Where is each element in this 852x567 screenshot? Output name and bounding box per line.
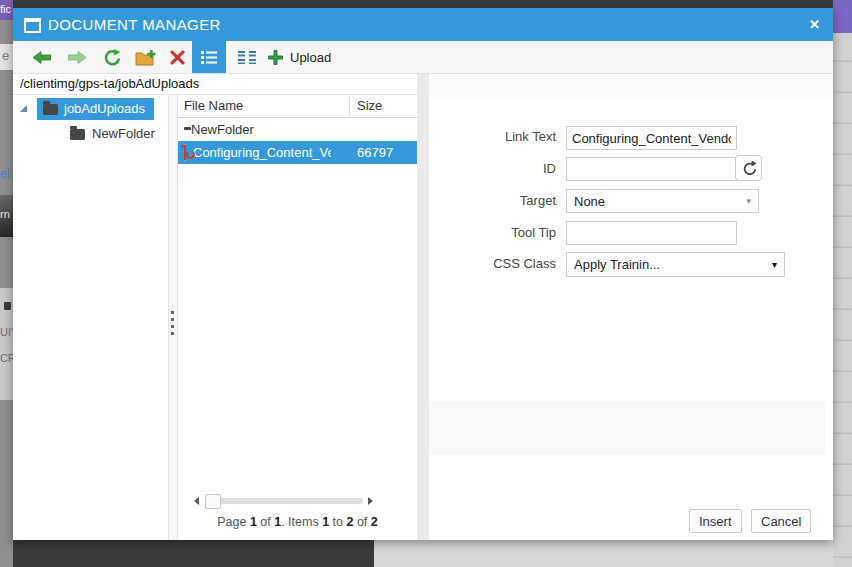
screen: fic e el rn UI' CRI DOCUMENT MANAGER ✕ xyxy=(0,0,852,567)
background-right-strip xyxy=(833,0,852,567)
new-folder-icon xyxy=(135,49,156,66)
forward-button[interactable] xyxy=(64,41,90,73)
delete-button[interactable] xyxy=(165,41,189,73)
expander-icon[interactable] xyxy=(19,104,28,113)
list-view-icon xyxy=(201,50,217,64)
bg-text: fic xyxy=(0,3,11,15)
css-class-value: Apply Trainin... xyxy=(574,257,660,272)
refresh-button[interactable] xyxy=(99,41,125,73)
back-button[interactable] xyxy=(29,41,55,73)
tree-item-label: jobAdUploads xyxy=(64,101,145,116)
pager-number: 2 xyxy=(371,515,378,529)
file-name: NewFolder xyxy=(191,122,329,137)
target-label: Target xyxy=(429,189,556,213)
css-class-label: CSS Class xyxy=(429,252,556,276)
thumbnail-view-button[interactable] xyxy=(230,41,264,73)
id-input[interactable] xyxy=(566,157,737,181)
file-size: 66797 xyxy=(357,145,393,160)
panel-top-band xyxy=(429,74,833,97)
bg-text: rn xyxy=(0,208,10,220)
document-manager-dialog: DOCUMENT MANAGER ✕ xyxy=(13,8,833,540)
column-header-size[interactable]: Size xyxy=(357,95,382,117)
bg-text: el xyxy=(0,167,9,181)
link-text-input[interactable] xyxy=(566,126,737,150)
pager-status: Page 1 of 1. Items 1 to 2 of 2 xyxy=(178,515,417,529)
close-icon[interactable]: ✕ xyxy=(809,8,820,41)
list-view-button[interactable] xyxy=(192,41,226,73)
reload-icon xyxy=(741,160,757,176)
new-folder-button[interactable] xyxy=(132,41,158,73)
pager-text: of xyxy=(353,515,370,529)
pager-number: 1 xyxy=(250,515,257,529)
column-divider xyxy=(349,97,350,116)
tree-item-newfolder[interactable]: NewFolder xyxy=(70,122,155,145)
generate-id-button[interactable] xyxy=(735,155,762,181)
arrow-right-icon xyxy=(68,51,86,64)
upload-label: Upload xyxy=(290,50,331,65)
tool-tip-input[interactable] xyxy=(566,221,737,245)
file-list: File Name Size NewFolder Configuring_Con… xyxy=(178,95,417,540)
tree-item-jobadyploads[interactable]: jobAdUploads xyxy=(19,97,154,120)
file-row[interactable]: NewFolder xyxy=(178,118,417,141)
tree-item-label: NewFolder xyxy=(92,126,155,141)
dialog-titlebar[interactable]: DOCUMENT MANAGER ✕ xyxy=(13,8,833,41)
tool-tip-label: Tool Tip xyxy=(429,221,556,245)
folder-icon xyxy=(70,129,85,140)
target-dropdown[interactable]: None ▾ xyxy=(566,189,759,213)
tree-selected-node[interactable]: jobAdUploads xyxy=(37,98,154,120)
current-path: /clientimg/gps-ta/jobAdUploads xyxy=(20,76,199,91)
scroll-left-icon[interactable] xyxy=(194,497,199,505)
thumbnail-view-icon xyxy=(238,50,256,64)
pager-text: Page xyxy=(217,515,250,529)
link-settings-panel: Link Text ID Target None ▾ Tool Tip CSS … xyxy=(429,74,833,540)
insert-button[interactable]: Insert xyxy=(689,509,742,533)
background-purple-fragment xyxy=(833,0,852,33)
path-bar: /clientimg/gps-ta/jobAdUploads xyxy=(13,74,417,95)
horizontal-scrollbar-thumb[interactable] xyxy=(205,494,221,509)
background-left-strip: fic e el rn UI' CRI xyxy=(0,0,13,567)
pane-splitter[interactable] xyxy=(168,95,178,540)
list-header: File Name Size xyxy=(178,95,417,118)
delete-x-icon xyxy=(170,50,185,65)
cancel-button[interactable]: Cancel xyxy=(751,509,811,533)
target-value: None xyxy=(574,194,605,209)
background-header-fragment: fic xyxy=(0,0,13,20)
chevron-down-icon: ▾ xyxy=(746,196,751,206)
list-form-divider xyxy=(417,74,429,540)
dialog-title: DOCUMENT MANAGER xyxy=(48,8,221,41)
chevron-down-icon: ▾ xyxy=(772,259,777,270)
bg-text: e xyxy=(2,48,9,63)
refresh-icon xyxy=(103,49,122,66)
background-button-fragment: rn xyxy=(0,195,13,237)
id-label: ID xyxy=(429,157,556,181)
pencil-icon xyxy=(4,302,11,310)
splitter-grip-icon[interactable] xyxy=(171,307,174,339)
folder-icon xyxy=(43,104,58,115)
background-link-fragment: el xyxy=(0,166,13,182)
pager-text: . Items xyxy=(281,515,322,529)
file-row-selected[interactable]: Configuring_Content_Vendo 66797 xyxy=(178,141,417,164)
background-bottom-band xyxy=(374,540,852,567)
link-text-label: Link Text xyxy=(429,125,556,149)
pdf-file-icon xyxy=(184,144,186,161)
column-header-filename[interactable]: File Name xyxy=(184,95,243,117)
pager-text: to xyxy=(329,515,346,529)
horizontal-scrollbar-track[interactable] xyxy=(205,498,363,504)
pager-text: of xyxy=(257,515,274,529)
window-icon xyxy=(24,18,41,33)
folder-tree: jobAdUploads NewFolder xyxy=(13,95,168,540)
file-name: Configuring_Content_Vendo xyxy=(193,145,331,160)
background-panel-fragment: UI' CRI xyxy=(0,288,13,400)
plus-icon xyxy=(268,50,283,65)
css-class-dropdown[interactable]: Apply Trainin... ▾ xyxy=(566,252,785,277)
preview-section xyxy=(429,401,825,455)
arrow-left-icon xyxy=(33,51,51,64)
scroll-right-icon[interactable] xyxy=(368,497,373,505)
bg-text: UI' xyxy=(0,326,13,338)
bg-text: CRI xyxy=(0,352,13,364)
toolbar: Upload xyxy=(13,41,833,74)
upload-button[interactable]: Upload xyxy=(268,41,354,73)
